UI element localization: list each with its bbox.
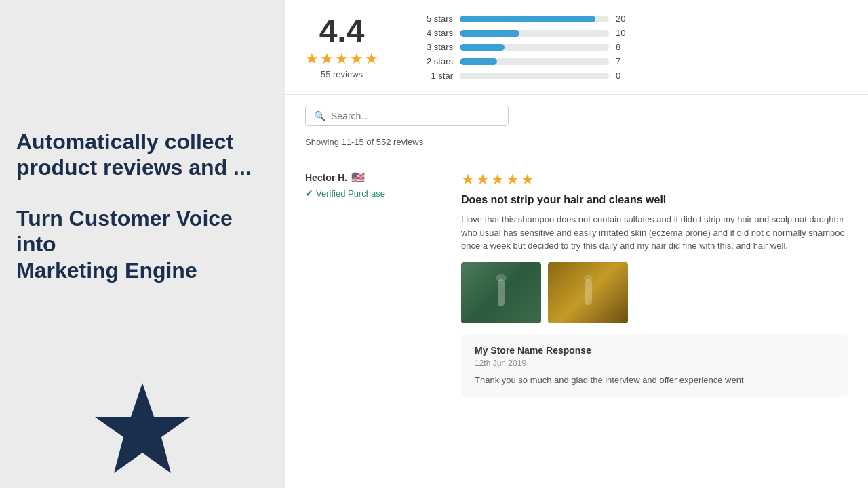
bar-track-2: [460, 58, 609, 65]
verified-badge: ✔ Verified Purchase: [305, 188, 441, 199]
star-4-icon: ★: [350, 50, 363, 68]
star-3-icon: ★: [335, 50, 349, 68]
search-box[interactable]: 🔍: [305, 106, 509, 126]
bar-label-1: 1 star: [419, 70, 453, 81]
bar-label-2: 2 stars: [419, 56, 453, 66]
star-5-half-icon: ★: [365, 50, 378, 68]
svg-marker-0: [95, 383, 190, 473]
search-input[interactable]: [331, 110, 500, 121]
headline-marketing-line2: Marketing Engine: [16, 258, 197, 283]
bar-label-5: 5 stars: [419, 14, 453, 24]
rating-stars: ★ ★ ★ ★ ★: [305, 50, 378, 68]
review-star-2-icon: ★: [476, 171, 490, 188]
bar-count-2: 7: [616, 56, 629, 66]
review-image-1[interactable]: [461, 262, 541, 323]
overall-rating: 4.4 ★ ★ ★ ★ ★ 55 reviews: [305, 15, 378, 79]
bar-track-3: [460, 44, 609, 51]
search-section: 🔍: [285, 95, 868, 131]
svg-point-2: [496, 274, 507, 281]
showing-text: Showing 11-15 of 552 reviews: [285, 131, 868, 157]
review-star-5-icon: ★: [521, 171, 534, 188]
svg-rect-3: [585, 279, 592, 305]
store-response-title: My Store Name Response: [475, 345, 834, 356]
reviewer-name: Hector H. 🇺🇸: [305, 171, 441, 184]
store-response: My Store Name Response 12th Jun 2019 Tha…: [461, 334, 848, 398]
review-content: ★ ★ ★ ★ ★ Does not strip your hair and c…: [461, 171, 848, 397]
headline-collect-line2: product reviews and ...: [16, 155, 252, 180]
review-card: Hector H. 🇺🇸 ✔ Verified Purchase ★ ★ ★ ★…: [285, 157, 868, 411]
headline-marketing: Turn Customer Voice into Marketing Engin…: [16, 205, 269, 283]
reviewer-info: Hector H. 🇺🇸 ✔ Verified Purchase: [305, 171, 441, 397]
review-star-rating: ★ ★ ★ ★ ★: [461, 171, 848, 188]
bar-fill-2: [460, 58, 497, 65]
left-panel: Automatically collect product reviews an…: [0, 0, 285, 488]
svg-point-4: [583, 275, 593, 281]
star-decoration-icon: [88, 380, 197, 488]
bar-track-4: [460, 30, 609, 37]
right-panel: 4.4 ★ ★ ★ ★ ★ 55 reviews 5 stars 20 4 st…: [285, 0, 868, 488]
store-response-body: Thank you so much and glad the interview…: [475, 373, 834, 387]
bar-row-4: 4 stars 10: [419, 28, 848, 38]
rating-bar-chart: 5 stars 20 4 stars 10 3 stars 8: [419, 14, 848, 81]
bar-track-1: [460, 73, 609, 79]
review-image-2[interactable]: [548, 262, 628, 323]
review-count: 55 reviews: [321, 69, 363, 79]
bar-count-4: 10: [616, 28, 629, 38]
svg-rect-1: [498, 279, 505, 306]
bar-count-1: 0: [616, 70, 629, 81]
review-star-4-icon: ★: [506, 171, 519, 188]
reviewer-flag-icon: 🇺🇸: [351, 171, 365, 184]
headline-marketing-line1: Turn Customer Voice into: [16, 206, 233, 256]
review-images: [461, 262, 848, 323]
review-star-3-icon: ★: [491, 171, 505, 188]
star-2-icon: ★: [320, 50, 334, 68]
bar-track-5: [460, 16, 609, 22]
bar-row-3: 3 stars 8: [419, 42, 848, 52]
bar-row-2: 2 stars 7: [419, 56, 848, 66]
store-response-date: 12th Jun 2019: [475, 359, 834, 368]
bar-label-3: 3 stars: [419, 42, 453, 52]
bar-fill-4: [460, 30, 519, 37]
verified-label: Verified Purchase: [316, 188, 385, 199]
bar-label-4: 4 stars: [419, 28, 453, 38]
bar-row-5: 5 stars 20: [419, 14, 848, 24]
star-1-icon: ★: [305, 50, 319, 68]
reviewer-name-text: Hector H.: [305, 172, 347, 183]
bar-count-3: 8: [616, 42, 629, 52]
rating-number: 4.4: [319, 15, 365, 47]
rating-section: 4.4 ★ ★ ★ ★ ★ 55 reviews 5 stars 20 4 st…: [285, 0, 868, 95]
bar-row-1: 1 star 0: [419, 70, 848, 81]
headline-collect-line1: Automatically collect: [16, 129, 233, 154]
bar-fill-3: [460, 44, 505, 51]
search-icon: 🔍: [314, 110, 326, 121]
bar-fill-5: [460, 16, 595, 22]
review-star-1-icon: ★: [461, 171, 475, 188]
review-body-text: I love that this shampoo does not contai…: [461, 213, 848, 253]
verified-checkmark-icon: ✔: [305, 188, 313, 199]
headline-collect: Automatically collect product reviews an…: [16, 129, 269, 181]
review-title: Does not strip your hair and cleans well: [461, 194, 848, 206]
bar-count-5: 20: [616, 14, 629, 24]
